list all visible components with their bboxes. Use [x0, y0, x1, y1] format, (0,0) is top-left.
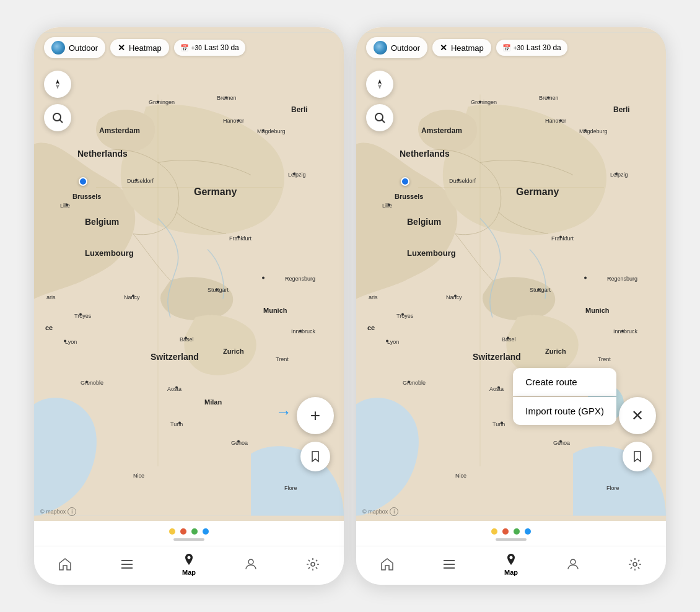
svg-point-122: [386, 340, 388, 343]
svg-rect-130: [444, 567, 455, 569]
left-arrow-hint: →: [276, 403, 292, 422]
svg-text:Brussels: Brussels: [395, 193, 423, 200]
svg-text:Lille: Lille: [60, 203, 70, 209]
svg-text:Turin: Turin: [492, 421, 505, 427]
right-import-route-button[interactable]: Import route (GPX): [513, 397, 616, 425]
left-map-area[interactable]: Groningen Bremen Amsterdam Hanover Berli…: [34, 27, 344, 521]
svg-point-43: [135, 179, 138, 181]
right-fab-bookmark-button[interactable]: [623, 442, 652, 471]
svg-text:Lyon: Lyon: [387, 339, 399, 345]
left-nav-settings[interactable]: [297, 557, 328, 572]
svg-text:Switzerland: Switzerland: [151, 352, 199, 362]
left-date-icon: 📅: [180, 44, 189, 52]
right-date-range-icon: +30: [514, 45, 524, 51]
left-outdoor-chip[interactable]: Outdoor: [44, 37, 105, 58]
svg-text:Aosta: Aosta: [489, 386, 504, 392]
svg-point-49: [185, 337, 187, 339]
left-plus-icon: +: [310, 406, 320, 426]
left-fab-plus-button[interactable]: +: [297, 397, 334, 434]
svg-point-47: [132, 295, 134, 297]
right-profile-icon: [566, 557, 580, 572]
svg-text:Belgium: Belgium: [407, 217, 441, 227]
svg-point-55: [64, 340, 66, 343]
left-compass-button[interactable]: [44, 71, 71, 98]
left-date-chip[interactable]: 📅 +30 Last 30 da: [174, 40, 245, 56]
svg-line-60: [60, 120, 63, 123]
left-fab-bookmark-button[interactable]: [300, 442, 330, 471]
right-create-route-button[interactable]: Create route: [513, 368, 616, 396]
svg-text:Frankfurt: Frankfurt: [551, 235, 574, 242]
svg-text:Milan: Milan: [204, 398, 222, 406]
svg-point-45: [216, 289, 218, 291]
right-map-area[interactable]: Groningen Bremen Amsterdam Hanover Berli…: [356, 27, 666, 521]
left-dot-yellow: [169, 528, 175, 535]
right-search-icon: [374, 111, 386, 124]
left-date-range-icon: +30: [191, 45, 202, 51]
left-side-controls: [44, 71, 71, 131]
right-fab-area: ✕: [619, 397, 656, 471]
right-nav-settings[interactable]: [619, 557, 650, 572]
left-heatmap-chip[interactable]: ✕ Heatmap: [110, 39, 169, 56]
right-fab-close-button[interactable]: ✕: [619, 397, 656, 434]
right-search-button[interactable]: [366, 104, 393, 131]
svg-text:Regensburg: Regensburg: [607, 276, 637, 282]
svg-text:Magdeburg: Magdeburg: [257, 128, 286, 134]
svg-rect-129: [444, 564, 455, 565]
svg-point-105: [479, 101, 481, 103]
right-map-pin-icon: [504, 553, 518, 567]
left-map-pin-icon: [182, 553, 196, 567]
svg-text:Grenoble: Grenoble: [81, 380, 103, 386]
svg-point-106: [547, 97, 549, 99]
right-map-label: Map: [504, 569, 518, 576]
svg-text:Trent: Trent: [276, 356, 289, 362]
left-nav-profile[interactable]: [235, 557, 266, 572]
right-dot-row: [491, 528, 531, 535]
svg-text:Belgium: Belgium: [85, 217, 119, 227]
left-map-label: Map: [182, 569, 196, 576]
left-phone-screen: Groningen Bremen Amsterdam Hanover Berli…: [34, 27, 344, 585]
svg-text:Berli: Berli: [613, 105, 630, 114]
right-outdoor-chip[interactable]: Outdoor: [366, 37, 427, 58]
svg-point-121: [559, 440, 562, 443]
svg-line-127: [382, 120, 385, 123]
right-context-menu: Create route Import route (GPX): [513, 368, 616, 425]
svg-point-113: [584, 277, 587, 279]
right-outdoor-label: Outdoor: [391, 43, 420, 53]
left-info-circle[interactable]: i: [68, 507, 76, 516]
left-search-button[interactable]: [44, 104, 71, 131]
svg-point-108: [584, 129, 587, 132]
right-date-chip[interactable]: 📅 +30 Last 30 da: [496, 40, 567, 56]
svg-point-44: [237, 236, 240, 238]
svg-text:Trent: Trent: [598, 356, 611, 362]
right-location-dot: [401, 177, 409, 186]
svg-marker-124: [378, 79, 382, 84]
right-nav-map[interactable]: Map: [496, 553, 527, 576]
svg-text:Munich: Munich: [263, 307, 287, 314]
right-phone-screen: Groningen Bremen Amsterdam Hanover Berli…: [356, 27, 666, 585]
svg-point-38: [157, 101, 159, 103]
right-nav-profile[interactable]: [558, 557, 588, 572]
svg-point-56: [66, 204, 68, 206]
svg-point-119: [408, 381, 410, 383]
left-nav-home[interactable]: [50, 557, 81, 572]
svg-text:Nancy: Nancy: [124, 294, 140, 300]
svg-marker-125: [378, 84, 382, 89]
svg-marker-58: [56, 84, 59, 89]
right-nav-list[interactable]: [434, 557, 465, 572]
svg-text:Flore: Flore: [606, 485, 619, 491]
svg-text:Genoa: Genoa: [553, 440, 570, 446]
svg-point-54: [237, 440, 240, 443]
svg-rect-61: [121, 560, 133, 561]
left-date-label: Last 30 da: [204, 43, 239, 52]
svg-rect-62: [121, 564, 133, 565]
left-nav-list[interactable]: [112, 557, 142, 572]
svg-point-131: [510, 556, 513, 559]
right-info-circle[interactable]: i: [390, 507, 398, 516]
right-compass-button[interactable]: [366, 71, 393, 98]
right-heatmap-chip[interactable]: ✕ Heatmap: [432, 39, 491, 56]
right-side-controls: [366, 71, 393, 131]
left-nav-map[interactable]: Map: [173, 553, 204, 576]
right-scroll-indicator: [496, 538, 527, 541]
svg-text:Munich: Munich: [585, 307, 610, 314]
right-nav-home[interactable]: [372, 557, 403, 572]
